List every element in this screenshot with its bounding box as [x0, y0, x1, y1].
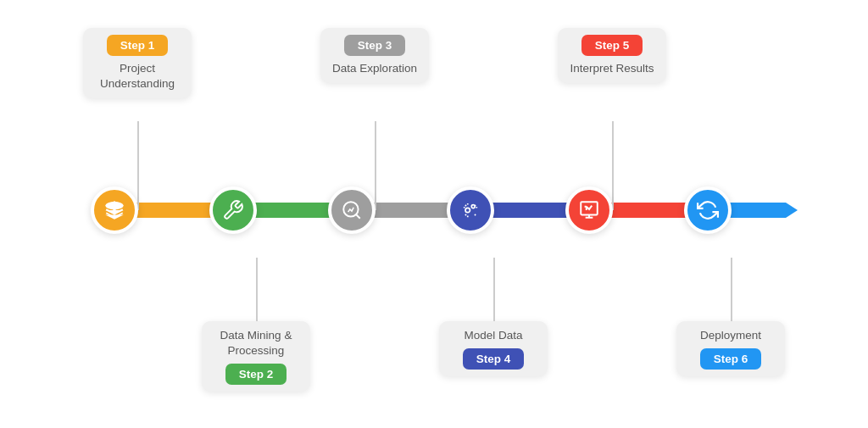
connector-step6: [731, 258, 732, 321]
step2-label: Data Mining & Processing: [210, 328, 302, 359]
step1-label: Project Understanding: [92, 61, 183, 92]
step5-badge: Step 5: [581, 35, 643, 56]
step3-badge: Step 3: [344, 35, 406, 56]
chart-board-icon: [578, 199, 600, 221]
diagram-container: Step 1 Project Understanding Step 3 Data…: [27, 28, 841, 401]
search-chart-icon: [341, 199, 363, 221]
step4-label: Model Data: [464, 328, 522, 343]
layers-icon: [103, 199, 125, 221]
circle-step5: [565, 186, 613, 234]
connector-step4: [493, 258, 495, 321]
step6-badge: Step 6: [700, 348, 762, 370]
step5-label: Interpret Results: [570, 61, 654, 76]
card-step3: Step 3 Data Exploration: [320, 28, 429, 83]
svg-marker-11: [786, 203, 798, 218]
svg-point-15: [471, 204, 475, 208]
step4-badge: Step 4: [463, 348, 525, 370]
card-step2: Data Mining & Processing Step 2: [202, 321, 310, 392]
gears-icon: [459, 199, 481, 221]
step1-badge: Step 1: [107, 35, 169, 56]
circle-step6: [684, 186, 732, 234]
card-step1: Step 1 Project Understanding: [83, 28, 192, 98]
timeline-track: [91, 185, 786, 236]
step3-label: Data Exploration: [332, 61, 417, 76]
circle-step3: [328, 186, 376, 234]
tools-icon: [222, 199, 244, 221]
step6-label: Deployment: [700, 328, 761, 343]
card-step6: Deployment Step 6: [676, 321, 785, 376]
circle-step1: [91, 186, 138, 234]
card-step5: Step 5 Interpret Results: [558, 28, 666, 83]
connector-step2: [256, 258, 258, 321]
circle-step4: [447, 186, 494, 234]
svg-point-14: [465, 208, 470, 212]
connector-step1: [137, 121, 139, 210]
connector-step3: [375, 121, 376, 210]
step2-badge: Step 2: [225, 364, 287, 385]
circle-step2: [209, 186, 257, 234]
card-step4: Model Data Step 4: [439, 321, 548, 376]
connector-step5: [612, 121, 614, 210]
refresh-icon: [697, 199, 719, 221]
